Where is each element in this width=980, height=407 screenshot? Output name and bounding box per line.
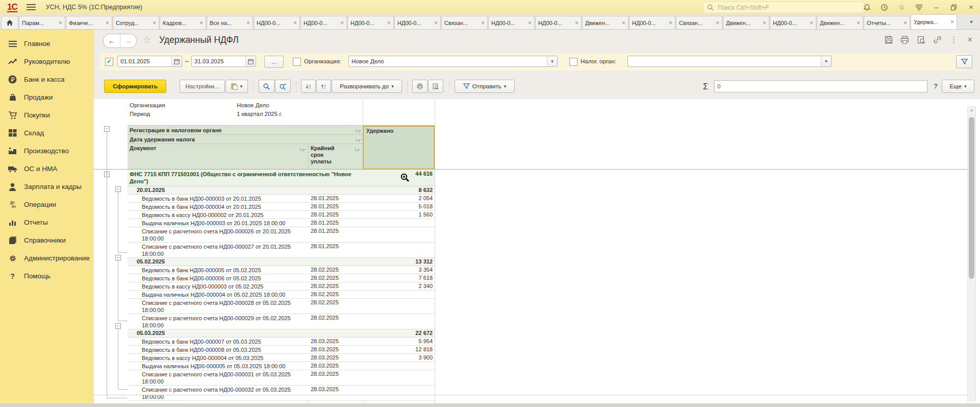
print-button[interactable]: [412, 80, 428, 93]
header-deadline[interactable]: Крайний срок уплаты ↓: [309, 144, 363, 170]
send-button[interactable]: Отправить ▾: [455, 80, 515, 93]
tab[interactable]: НД00-0... ×: [347, 16, 394, 29]
service-menu-icon[interactable]: [915, 4, 923, 11]
header-withheld-selected-cell[interactable]: Удержано: [363, 126, 435, 170]
tab[interactable]: Парам... ×: [19, 16, 65, 29]
tab-close-icon[interactable]: ×: [481, 20, 485, 26]
tab-close-icon[interactable]: ×: [716, 20, 719, 26]
search-input[interactable]: [717, 4, 860, 12]
header-withhold-date[interactable]: Дата удержания налога ↓: [128, 135, 363, 144]
table-row[interactable]: Списание с расчетного счета НД00-000032 …: [128, 386, 435, 401]
tab-close-icon[interactable]: ×: [950, 19, 954, 25]
period-checkbox[interactable]: ✓: [105, 58, 113, 66]
global-search[interactable]: [703, 2, 864, 13]
sort-icon[interactable]: ↓: [354, 147, 360, 152]
sort-icon[interactable]: ↓: [299, 147, 306, 152]
tab-overflow-button[interactable]: ▾: [966, 19, 977, 25]
back-button[interactable]: ←: [104, 34, 120, 47]
tab[interactable]: НД00-0... ×: [488, 16, 535, 29]
table-row[interactable]: Выдача наличных НД00-000003 от 20.01.202…: [128, 219, 435, 227]
tab[interactable]: Движен... ×: [582, 16, 629, 29]
sidebar-item-salary-hr[interactable]: Зарплата и кадры: [0, 178, 94, 196]
tab[interactable]: Связан... ×: [676, 16, 722, 29]
tab[interactable]: Удержа... ×: [911, 14, 957, 29]
date-from-field[interactable]: [117, 56, 182, 67]
tab[interactable]: НД00-0... ×: [770, 16, 816, 29]
tab-close-icon[interactable]: ×: [153, 20, 156, 26]
forward-button[interactable]: →: [120, 34, 137, 47]
tab-close-icon[interactable]: ×: [575, 20, 579, 26]
org-checkbox[interactable]: [293, 58, 301, 66]
tax-authority-checkbox[interactable]: [569, 58, 577, 66]
autosum-field[interactable]: [714, 80, 927, 92]
collapse-toggle[interactable]: −: [115, 323, 121, 329]
sidebar-item-fixed-assets[interactable]: ОС и НМА: [0, 160, 94, 178]
close-report-icon[interactable]: ×: [966, 35, 974, 44]
notifications-bell-icon[interactable]: [863, 4, 871, 11]
collapse-toggle[interactable]: −: [115, 186, 121, 192]
tab[interactable]: Кадров... ×: [160, 16, 206, 29]
sort-icon[interactable]: ↓: [355, 137, 361, 142]
collapse-toggle[interactable]: −: [115, 255, 121, 260]
table-row[interactable]: Ведомость в банк НД00-000005 от 05.02.20…: [128, 266, 435, 274]
table-row[interactable]: Списание с расчетного счета НД00-000031 …: [128, 370, 435, 386]
tab-close-icon[interactable]: ×: [293, 20, 297, 26]
sidebar-item-help[interactable]: ? Помощь: [0, 267, 94, 285]
tax-authority-input[interactable]: [628, 58, 821, 65]
help-icon[interactable]: ?: [934, 82, 938, 90]
save-icon[interactable]: [884, 35, 893, 44]
print-preview-button[interactable]: [428, 80, 443, 93]
tab-close-icon[interactable]: ×: [810, 20, 813, 26]
restore-button[interactable]: [950, 4, 958, 11]
date-from-input[interactable]: [118, 58, 171, 65]
table-row[interactable]: Выдача наличных НД00-000005 от 05.03.202…: [128, 362, 435, 370]
minimize-button[interactable]: –: [933, 4, 940, 11]
tab[interactable]: Движен... ×: [723, 16, 769, 29]
table-row[interactable]: Ведомость в банк НД00-000003 от 20.01.20…: [128, 195, 435, 203]
filter-settings-button[interactable]: [956, 55, 972, 68]
collapse-groups-button[interactable]: [301, 80, 316, 93]
close-window-button[interactable]: ×: [967, 4, 975, 11]
main-menu-icon[interactable]: [27, 3, 36, 12]
tab-close-icon[interactable]: ×: [340, 20, 344, 26]
tab-close-icon[interactable]: ×: [387, 20, 391, 26]
expand-groups-button[interactable]: [316, 80, 331, 93]
period-variants-button[interactable]: ...: [264, 56, 284, 68]
sidebar-item-administration[interactable]: Администрирование: [0, 249, 94, 267]
header-registration[interactable]: Регистрация в налоговом органе ↓: [128, 126, 363, 135]
tab[interactable]: Связан... ×: [441, 16, 488, 29]
table-row[interactable]: Списание с расчетного счета НД00-000029 …: [128, 314, 435, 329]
header-document[interactable]: Документ ↓: [128, 144, 309, 170]
group-row[interactable]: 20.01.2025 8 632: [128, 186, 435, 195]
more-button[interactable]: Еще ▾: [942, 80, 974, 93]
tab[interactable]: НД00-0... ×: [254, 16, 300, 29]
date-to-field[interactable]: [191, 56, 256, 67]
sidebar-item-directories[interactable]: Справочники: [0, 231, 94, 249]
print-icon[interactable]: [900, 35, 909, 44]
sidebar-item-bank-cash[interactable]: Банк и касса: [0, 70, 94, 88]
sort-icon[interactable]: ↓: [355, 128, 361, 133]
favorites-star-icon[interactable]: ☆: [898, 4, 906, 11]
total-row[interactable]: ФНС 7715 КПП 771501001 (Общество с огран…: [128, 170, 435, 186]
sidebar-item-operations[interactable]: ДтКт Операции: [0, 196, 94, 213]
tab[interactable]: НД00-0... ×: [629, 16, 675, 29]
tab[interactable]: Движен... ×: [817, 16, 863, 29]
table-row[interactable]: Ведомость в кассу НД00-000002 от 20.01.2…: [128, 211, 435, 219]
tab[interactable]: Физиче... ×: [66, 16, 112, 29]
group-row[interactable]: 05.02.2025 13 312: [128, 258, 435, 266]
favorite-star-icon[interactable]: ☆: [143, 34, 152, 46]
sidebar-item-manager[interactable]: Руководителю: [0, 53, 94, 70]
find-button[interactable]: [259, 80, 274, 93]
tab-close-icon[interactable]: ×: [199, 20, 203, 26]
home-tab[interactable]: [1, 16, 18, 29]
generate-button[interactable]: Сформировать: [104, 80, 166, 93]
table-row[interactable]: Ведомость в банк НД00-000006 от 05.02.20…: [128, 274, 435, 282]
collapse-toggle[interactable]: −: [104, 126, 110, 132]
tab[interactable]: Отчеты... ×: [864, 16, 910, 29]
table-row[interactable]: Ведомость в банк НД00-000007 от 05.03.20…: [128, 338, 435, 346]
table-row[interactable]: Списание с расчетного счета НД00-000026 …: [128, 227, 435, 243]
tab[interactable]: Все на... ×: [207, 16, 253, 29]
tab-close-icon[interactable]: ×: [246, 20, 250, 26]
more-dots-icon[interactable]: ⋮: [949, 35, 958, 44]
calendar-icon[interactable]: [171, 56, 182, 66]
